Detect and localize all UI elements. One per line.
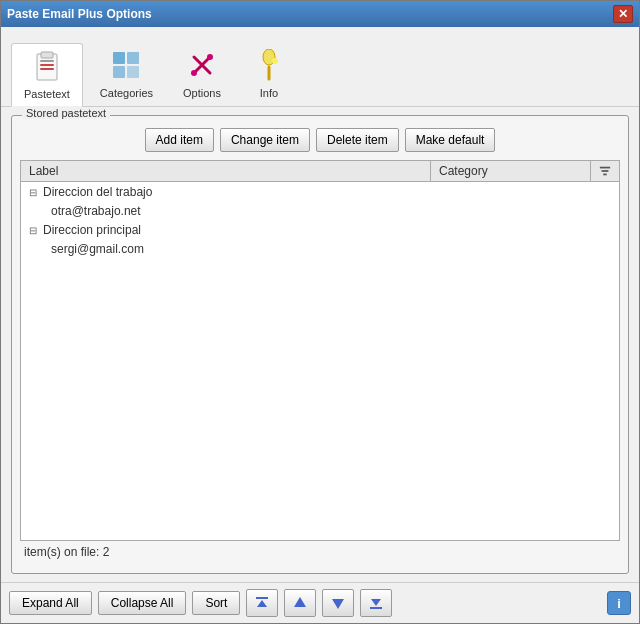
svg-rect-1 — [41, 52, 53, 58]
change-item-button[interactable]: Change item — [220, 128, 310, 152]
stored-pastetext-group: Stored pastetext Add item Change item De… — [11, 115, 629, 574]
svg-rect-7 — [113, 66, 125, 78]
svg-rect-3 — [40, 68, 54, 70]
svg-rect-4 — [40, 60, 54, 62]
list-group-1: ⊟ Direccion del trabajo otra@trabajo.net — [21, 182, 619, 220]
category-column-header: Category — [431, 161, 591, 181]
svg-rect-23 — [370, 607, 382, 609]
delete-item-button[interactable]: Delete item — [316, 128, 399, 152]
move-down-button[interactable] — [322, 589, 354, 617]
move-top-button[interactable] — [246, 589, 278, 617]
info-toolbar-icon — [251, 47, 287, 83]
group-box-title: Stored pastetext — [22, 107, 110, 119]
expand-icon-1: ⊟ — [27, 187, 39, 198]
items-list: Label Category ⊟ — [20, 160, 620, 541]
svg-point-15 — [272, 58, 278, 64]
pastetext-label: Pastetext — [24, 88, 70, 100]
sort-icon-header[interactable] — [591, 161, 619, 181]
status-bar: item(s) on file: 2 — [20, 541, 620, 565]
svg-rect-17 — [602, 170, 609, 172]
options-label: Options — [183, 87, 221, 99]
add-item-button[interactable]: Add item — [145, 128, 214, 152]
svg-rect-6 — [127, 52, 139, 64]
info-label: Info — [260, 87, 278, 99]
svg-rect-5 — [113, 52, 125, 64]
collapse-all-button[interactable]: Collapse All — [98, 591, 187, 615]
list-item-1[interactable]: otra@trabajo.net — [21, 202, 619, 220]
list-group-2: ⊟ Direccion principal sergi@gmail.com — [21, 220, 619, 258]
action-button-row: Add item Change item Delete item Make de… — [20, 128, 620, 152]
toolbar: Pastetext Categories — [1, 27, 639, 107]
make-default-button[interactable]: Make default — [405, 128, 496, 152]
list-header: Label Category — [21, 161, 619, 182]
main-window: Paste Email Plus Options ✕ Pastetext — [0, 0, 640, 624]
svg-marker-21 — [294, 597, 306, 607]
group-header-2[interactable]: ⊟ Direccion principal — [21, 220, 619, 240]
move-bottom-button[interactable] — [360, 589, 392, 617]
svg-marker-24 — [371, 599, 381, 606]
expand-icon-2: ⊟ — [27, 225, 39, 236]
svg-point-12 — [207, 54, 213, 60]
title-bar: Paste Email Plus Options ✕ — [1, 1, 639, 27]
expand-all-button[interactable]: Expand All — [9, 591, 92, 615]
svg-marker-20 — [257, 600, 267, 607]
svg-rect-8 — [127, 66, 139, 78]
toolbar-item-options[interactable]: Options — [170, 42, 234, 106]
svg-rect-19 — [256, 597, 268, 599]
list-body[interactable]: ⊟ Direccion del trabajo otra@trabajo.net… — [21, 182, 619, 540]
info-button[interactable]: i — [607, 591, 631, 615]
status-text: item(s) on file: 2 — [24, 545, 109, 559]
item-label-1: otra@trabajo.net — [51, 204, 141, 218]
pastetext-icon — [29, 48, 65, 84]
svg-rect-2 — [40, 64, 54, 66]
move-up-button[interactable] — [284, 589, 316, 617]
group-label-2: Direccion principal — [43, 223, 141, 237]
svg-marker-22 — [332, 599, 344, 609]
bottom-toolbar: Expand All Collapse All Sort — [1, 582, 639, 623]
categories-label: Categories — [100, 87, 153, 99]
window-title: Paste Email Plus Options — [7, 7, 152, 21]
options-icon — [184, 47, 220, 83]
content-area: Stored pastetext Add item Change item De… — [1, 107, 639, 582]
label-column-header: Label — [21, 161, 431, 181]
list-item-2[interactable]: sergi@gmail.com — [21, 240, 619, 258]
item-label-2: sergi@gmail.com — [51, 242, 144, 256]
toolbar-item-info[interactable]: Info — [238, 42, 300, 106]
svg-rect-16 — [600, 167, 610, 169]
group-header-1[interactable]: ⊟ Direccion del trabajo — [21, 182, 619, 202]
toolbar-item-pastetext[interactable]: Pastetext — [11, 43, 83, 107]
group-label-1: Direccion del trabajo — [43, 185, 152, 199]
close-button[interactable]: ✕ — [613, 5, 633, 23]
categories-icon — [108, 47, 144, 83]
sort-button[interactable]: Sort — [192, 591, 240, 615]
svg-rect-18 — [603, 174, 606, 176]
svg-point-11 — [191, 70, 197, 76]
toolbar-item-categories[interactable]: Categories — [87, 42, 166, 106]
